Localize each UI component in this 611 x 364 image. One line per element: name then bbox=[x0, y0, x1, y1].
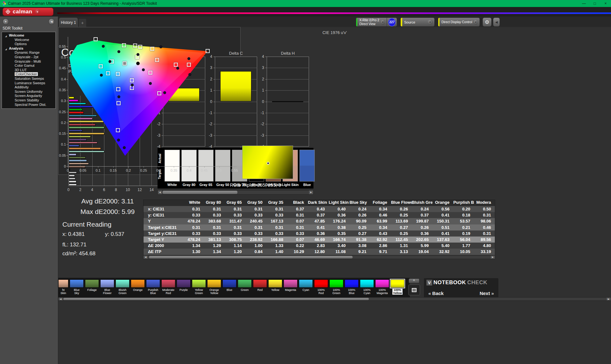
target-marker bbox=[138, 45, 142, 49]
next-button[interactable]: Next » bbox=[480, 291, 494, 296]
table-cell: 0.21 bbox=[453, 225, 474, 230]
patch-chip-blue-flower[interactable] bbox=[100, 279, 114, 288]
meter-dropdown[interactable]: X-Rite i1Pro 2 Direct View ▼ 227 bbox=[356, 17, 397, 27]
settings-button[interactable]: ⚙ bbox=[482, 17, 492, 27]
sidebar-options-button[interactable]: ● bbox=[3, 18, 9, 25]
y-tick-label: 0 bbox=[258, 100, 264, 104]
table-cell: 199.87 bbox=[412, 219, 432, 223]
sidebar-item-welcome[interactable]: Welcome bbox=[2, 38, 55, 42]
sidebar-collapse-button[interactable]: ◀ bbox=[48, 18, 55, 25]
close-button[interactable]: × bbox=[600, 0, 611, 7]
table-cell: 0.31 bbox=[474, 231, 495, 236]
patch-chip-100-green[interactable] bbox=[329, 279, 343, 288]
patch-chip-orange-yellow[interactable] bbox=[207, 279, 221, 288]
maximize-button[interactable]: □ bbox=[589, 0, 600, 7]
patch-chip-cyan[interactable] bbox=[299, 279, 313, 288]
scroll-left-icon[interactable]: ◀ bbox=[144, 256, 148, 259]
sidebar-item-dynamic-range[interactable]: Dynamic Range bbox=[2, 51, 55, 55]
back-button[interactable]: « Back bbox=[428, 291, 444, 296]
meter-count-badge: 227 bbox=[388, 18, 396, 26]
cie-y-tick-label: 0.45 bbox=[58, 66, 66, 70]
scrollbar-thumb[interactable] bbox=[63, 298, 369, 300]
patch-chip-magenta[interactable] bbox=[284, 279, 298, 288]
table-cell: 0.41 bbox=[432, 213, 453, 217]
sidebar-item-screen-stability[interactable]: Screen Stability bbox=[2, 98, 55, 103]
patch-chip-bluish-green[interactable] bbox=[116, 279, 130, 288]
minimize-button[interactable]: — bbox=[579, 0, 589, 7]
scroll-right-icon[interactable]: ▶ bbox=[607, 298, 611, 300]
table-cell: 0.25 bbox=[391, 231, 412, 236]
source-dropdown-arrow-icon[interactable]: ▼ bbox=[427, 19, 433, 25]
patch-chip-green[interactable] bbox=[238, 279, 252, 288]
patch-chip-100-blue[interactable] bbox=[345, 279, 359, 288]
patch-chip-yellow-green[interactable] bbox=[192, 279, 206, 288]
sidebar-item-spectral-power-dist-[interactable]: Spectral Power Dist. bbox=[2, 103, 55, 107]
scroll-left-icon[interactable]: ◀ bbox=[158, 190, 162, 194]
sidebar-item-options[interactable]: Options bbox=[2, 42, 55, 46]
patch-chip-100-magenta[interactable] bbox=[375, 279, 389, 288]
patch-chip-100-yellow[interactable] bbox=[390, 279, 404, 288]
patch-chip-purple[interactable] bbox=[177, 279, 191, 288]
meter-dropdown-arrow-icon[interactable]: ▼ bbox=[381, 19, 385, 25]
tick-mark bbox=[189, 166, 189, 168]
patch-chip-ht-skin[interactable] bbox=[58, 279, 68, 288]
patch-chip-100-red[interactable] bbox=[314, 279, 328, 288]
patch-chip-blue[interactable] bbox=[222, 279, 236, 288]
patch-chip-yellow[interactable] bbox=[268, 279, 282, 288]
scrollbar-thumb[interactable] bbox=[163, 191, 237, 194]
patch-chip-red[interactable] bbox=[253, 279, 267, 288]
table-cell: 0.25 bbox=[391, 213, 412, 217]
swatch-strip-scrollbar[interactable]: ◀ ▶ bbox=[158, 190, 313, 195]
page-horizontal-scrollbar[interactable]: ◀ ▶ bbox=[58, 297, 611, 301]
calman-menu-button[interactable]: calman ▼ bbox=[3, 8, 53, 16]
source-dropdown[interactable]: Source ▼ bbox=[400, 17, 435, 27]
patch-chip-blue-sky[interactable] bbox=[70, 279, 84, 288]
patch-chip-100-cyan[interactable] bbox=[360, 279, 374, 288]
collapse-panel-button[interactable]: ◀ bbox=[493, 17, 500, 27]
display-control-dropdown[interactable]: Direct Display Control ▼ bbox=[438, 17, 480, 27]
sidebar-item-additivity[interactable]: Additivity bbox=[2, 85, 55, 90]
sidebar-item-saturation-sweeps[interactable]: Saturation Sweeps bbox=[2, 77, 55, 81]
gridline bbox=[267, 135, 309, 136]
sidebar-item-color-gamut[interactable]: Color Gamut bbox=[2, 64, 55, 68]
table-scrollbar[interactable]: ◀ ▶ bbox=[143, 255, 495, 259]
tree-group-welcome[interactable]: ◢Welcome bbox=[2, 33, 55, 38]
add-tab-button[interactable]: + bbox=[79, 19, 86, 27]
expand-strip-button[interactable]: ^ bbox=[409, 278, 419, 283]
patch-chip-orange[interactable] bbox=[131, 279, 145, 288]
tick-mark bbox=[67, 134, 68, 134]
sidebar-item-grayscale-multi[interactable]: Grayscale - Multi bbox=[2, 59, 55, 64]
table-cell: 240.45 bbox=[246, 219, 266, 223]
table-cell: 0.37 bbox=[287, 207, 308, 211]
sidebar-item-grayscale-2pt[interactable]: Grayscale - 2pt bbox=[2, 55, 55, 59]
tree-expander-icon[interactable]: ◢ bbox=[5, 34, 7, 38]
sidebar-item-3d-lut[interactable]: 3D LUT bbox=[2, 68, 55, 72]
tab-history-1[interactable]: History 1 bbox=[59, 18, 78, 27]
tree-expander-icon[interactable]: ◢ bbox=[5, 47, 7, 52]
tick-mark bbox=[67, 79, 68, 79]
patch-chip-moderate-red[interactable] bbox=[161, 279, 175, 288]
sidebar-item-colorchecker[interactable]: ColorChecker bbox=[2, 72, 55, 77]
table-cell: 0.31 bbox=[204, 207, 225, 211]
scroll-right-icon[interactable]: ▶ bbox=[491, 256, 495, 259]
tree-group-analysis[interactable]: ◢Analysis bbox=[2, 46, 55, 51]
scroll-left-icon[interactable]: ◀ bbox=[59, 298, 63, 300]
patch-chip-purplish-blue[interactable] bbox=[146, 279, 160, 288]
patch-chip-foliage[interactable] bbox=[85, 279, 99, 288]
sidebar-item-luminance-sweeps[interactable]: Luminance Sweeps bbox=[2, 81, 55, 86]
calman-menu-arrow-icon[interactable]: ▼ bbox=[35, 9, 40, 14]
patch-marker bbox=[267, 162, 270, 165]
notebookcheck-watermark: V NOTEBOOKCHECK « Back Next » bbox=[424, 278, 498, 298]
layout-toggle-button[interactable] bbox=[408, 285, 420, 295]
tick-mark bbox=[219, 166, 220, 168]
table-cell: 478.24 bbox=[183, 237, 204, 242]
table-cell: 63.99 bbox=[370, 219, 391, 223]
scrollbar-thumb[interactable] bbox=[149, 256, 353, 258]
sidebar-item-screen-uniformity[interactable]: Screen Uniformity bbox=[2, 90, 55, 94]
tick-mark bbox=[159, 166, 159, 168]
scroll-right-icon[interactable]: ▶ bbox=[309, 190, 313, 194]
display-control-dropdown-arrow-icon[interactable]: ▼ bbox=[474, 19, 478, 25]
measurement-marker bbox=[109, 60, 111, 63]
table-cell: 113.69 bbox=[391, 219, 412, 223]
sidebar-item-screen-angularity[interactable]: Screen Angularity bbox=[2, 94, 55, 98]
